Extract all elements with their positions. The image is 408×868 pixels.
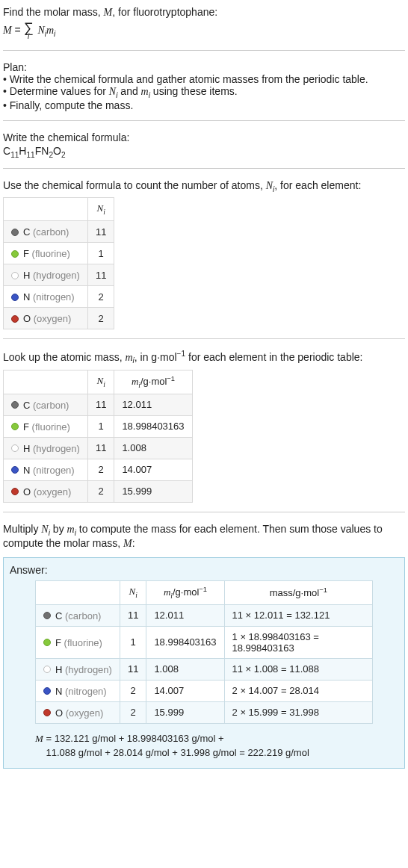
plan-item: Write the chemical formula and gather at… [3,73,405,85]
element-cell: F (fluorine) [4,415,88,437]
table-header-ni: Ni [87,198,114,221]
intro-M: M [104,7,113,18]
color-dot-icon [43,687,51,695]
table-header-row: Ni mi/g·mol−1 [4,370,193,394]
table-row: F (fluorine) 1 18.998403163 1 × 18.99840… [36,626,373,658]
element-cell: C (carbon) [36,604,120,626]
intro-line: Find the molar mass, M, for fluorotrypto… [3,6,405,19]
mi-cell: 1.008 [114,437,192,459]
color-dot-icon [43,612,51,619]
final-sum: M = 132.121 g/mol + 18.998403163 g/mol +… [35,731,373,760]
color-dot-icon [11,229,19,236]
chemical-formula: C11H11FN2O2 [3,145,405,159]
mass-cell: 1 × 18.998403163 = 18.998403163 [224,626,372,658]
table-row: H (hydrogen) 11 1.008 11 × 1.008 = 11.08… [36,658,373,680]
eq-m-sub: i [54,30,55,38]
mass-table: Ni mi/g·mol−1 C (carbon) 11 12.011 F (fl… [3,370,193,503]
mass-cell: 11 × 1.008 = 11.088 [224,658,372,680]
ni-cell: 11 [120,604,146,626]
element-cell: F (fluorine) [36,626,120,658]
eq-equals: = [15,24,24,36]
formula-heading: Write the chemical formula: [3,131,405,143]
formula-block: Write the chemical formula: C11H11FN2O2 [3,128,405,164]
eq-M: M [3,25,12,36]
plan-item: Determine values for Ni and mi using the… [3,85,405,99]
mi-cell: 12.011 [114,394,192,415]
color-dot-icon [43,666,51,673]
ni-cell: 2 [87,286,114,308]
divider [3,120,405,121]
answer-table: Ni mi/g·mol−1 mass/g·mol−1 C (carbon) 11… [35,580,373,724]
element-cell: O (oxygen) [4,480,88,502]
ni-cell: 1 [120,626,146,658]
color-dot-icon [11,444,19,452]
color-dot-icon [11,488,19,495]
element-cell: N (nitrogen) [4,459,88,480]
mi-cell: 12.011 [146,604,224,626]
answer-box: Answer: Ni mi/g·mol−1 mass/g·mol−1 C (ca… [3,557,405,769]
ni-cell: 11 [87,394,114,415]
ni-cell: 1 [87,415,114,437]
element-cell: C (carbon) [4,394,88,415]
table-row: O (oxygen) 2 [4,308,114,329]
mass-cell: 11 × 12.011 = 132.121 [224,604,372,626]
table-row: C (carbon) 11 12.011 11 × 12.011 = 132.1… [36,604,373,626]
element-cell: H (hydrogen) [36,658,120,680]
ni-cell: 11 [87,437,114,459]
mi-cell: 1.008 [146,658,224,680]
table-row: H (hydrogen) 11 [4,264,114,286]
table-header-mi: mi/g·mol−1 [114,370,192,394]
table-header-ni: Ni [120,580,146,604]
table-header-mass: mass/g·mol−1 [224,580,372,604]
element-cell: H (hydrogen) [4,437,88,459]
count-block: Use the chemical formula to count the nu… [3,176,405,335]
ni-cell: 2 [87,308,114,329]
table-row: C (carbon) 11 [4,220,114,242]
table-row: N (nitrogen) 2 14.007 2 × 14.007 = 28.01… [36,680,373,701]
table-header-row: Ni [4,198,114,221]
ni-cell: 1 [87,243,114,264]
mi-cell: 15.999 [146,701,224,723]
mi-cell: 15.999 [114,480,192,502]
mass-heading: Look up the atomic mass, mi, in g·mol−1 … [3,350,405,365]
table-header-ni: Ni [87,370,114,394]
mi-cell: 14.007 [114,459,192,480]
divider [3,168,405,169]
divider [3,512,405,512]
ni-cell: 2 [120,701,146,723]
element-cell: C (carbon) [4,220,88,242]
color-dot-icon [43,709,51,716]
element-cell: N (nitrogen) [36,680,120,701]
table-header-blank [4,370,88,394]
color-dot-icon [11,466,19,474]
answer-label: Answer: [10,564,398,576]
plan-list: Write the chemical formula and gather at… [3,73,405,111]
divider [3,50,405,51]
color-dot-icon [11,272,19,279]
count-table: Ni C (carbon) 11 F (fluorine) 1 H (hydro… [3,197,114,329]
divider [3,338,405,339]
table-row: N (nitrogen) 2 14.007 [4,459,193,480]
color-dot-icon [11,401,19,409]
color-dot-icon [11,250,19,258]
table-row: F (fluorine) 1 18.998403163 [4,415,193,437]
plan-block: Plan: Write the chemical formula and gat… [3,58,405,116]
color-dot-icon [11,423,19,430]
table-header-blank [4,198,88,221]
element-cell: O (oxygen) [36,701,120,723]
count-heading: Use the chemical formula to count the nu… [3,179,405,193]
mass-cell: 2 × 15.999 = 31.998 [224,701,372,723]
table-row: F (fluorine) 1 [4,243,114,264]
multiply-block: Multiply Ni by mi to compute the mass fo… [3,520,405,554]
ni-cell: 11 [87,264,114,286]
color-dot-icon [43,639,51,646]
mass-cell: 2 × 14.007 = 28.014 [224,680,372,701]
plan-item: Finally, compute the mass. [3,99,405,111]
ni-cell: 2 [87,459,114,480]
table-header-row: Ni mi/g·mol−1 mass/g·mol−1 [36,580,373,604]
table-row: H (hydrogen) 11 1.008 [4,437,193,459]
element-cell: O (oxygen) [4,308,88,329]
ni-cell: 11 [120,658,146,680]
element-cell: H (hydrogen) [4,264,88,286]
table-row: O (oxygen) 2 15.999 2 × 15.999 = 31.998 [36,701,373,723]
